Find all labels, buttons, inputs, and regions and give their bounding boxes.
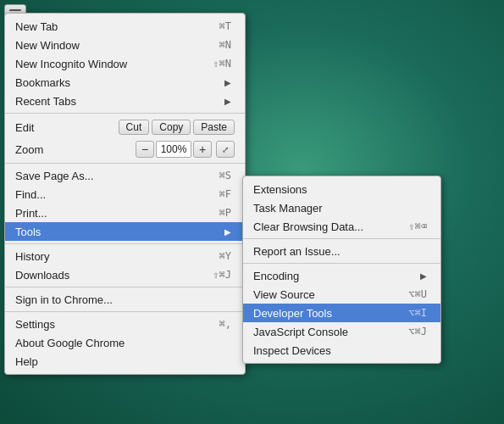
menu-item-new-tab[interactable]: New Tab ⌘T bbox=[5, 17, 245, 36]
separator bbox=[5, 163, 245, 164]
menu-item-save-page-as[interactable]: Save Page As... ⌘S bbox=[5, 166, 245, 185]
separator bbox=[5, 243, 245, 244]
menu-item-task-manager[interactable]: Task Manager bbox=[243, 198, 440, 217]
paste-button[interactable]: Paste bbox=[193, 120, 235, 135]
menu-item-javascript-console[interactable]: JavaScript Console ⌥⌘J bbox=[243, 322, 440, 341]
separator bbox=[5, 113, 245, 114]
menu-item-bookmarks[interactable]: Bookmarks ▶ bbox=[5, 73, 245, 92]
zoom-row: Zoom − 100% + ⤢ bbox=[5, 138, 245, 160]
menu-item-settings[interactable]: Settings ⌘, bbox=[5, 315, 245, 333]
menu-icon-line1 bbox=[9, 9, 21, 11]
zoom-plus-button[interactable]: + bbox=[193, 141, 212, 158]
zoom-percent: 100% bbox=[156, 141, 191, 158]
menu-item-clear-browsing[interactable]: Clear Browsing Data... ⇧⌘⌫ bbox=[243, 217, 440, 236]
menu-item-history[interactable]: History ⌘Y bbox=[5, 247, 245, 265]
menu-item-new-incognito-window[interactable]: New Incognito Window ⇧⌘N bbox=[5, 54, 245, 73]
separator bbox=[5, 311, 245, 312]
separator bbox=[243, 263, 440, 264]
separator bbox=[5, 287, 245, 287]
menu-item-help[interactable]: Help bbox=[5, 352, 245, 371]
menu-item-find[interactable]: Find... ⌘F bbox=[5, 185, 245, 204]
main-menu: New Tab ⌘T New Window ⌘N New Incognito W… bbox=[4, 13, 246, 375]
tools-submenu: Extensions Task Manager Clear Browsing D… bbox=[242, 176, 441, 364]
copy-button[interactable]: Copy bbox=[152, 120, 191, 135]
menu-item-extensions[interactable]: Extensions bbox=[243, 180, 440, 198]
menu-item-view-source[interactable]: View Source ⌥⌘U bbox=[243, 285, 440, 304]
edit-buttons: Cut Copy Paste bbox=[119, 120, 235, 135]
menu-item-print[interactable]: Print... ⌘P bbox=[5, 204, 245, 222]
zoom-fullscreen-button[interactable]: ⤢ bbox=[216, 141, 235, 158]
arrow-icon: ▶ bbox=[224, 227, 231, 237]
menu-item-downloads[interactable]: Downloads ⇧⌘J bbox=[5, 265, 245, 284]
menu-item-report-issue[interactable]: Report an Issue... bbox=[243, 242, 440, 260]
arrow-icon: ▶ bbox=[224, 78, 231, 87]
menu-item-about[interactable]: About Google Chrome bbox=[5, 333, 245, 352]
zoom-minus-button[interactable]: − bbox=[136, 141, 154, 158]
cut-button[interactable]: Cut bbox=[119, 120, 150, 135]
edit-row: Edit Cut Copy Paste bbox=[5, 116, 245, 138]
zoom-controls: − 100% + ⤢ bbox=[136, 141, 235, 158]
menu-item-developer-tools[interactable]: Developer Tools ⌥⌘I bbox=[243, 304, 440, 322]
menu-item-encoding[interactable]: Encoding ▶ bbox=[243, 266, 440, 285]
menu-item-tools[interactable]: Tools ▶ bbox=[5, 222, 245, 241]
arrow-icon: ▶ bbox=[420, 271, 427, 281]
menu-item-new-window[interactable]: New Window ⌘N bbox=[5, 36, 245, 54]
separator bbox=[243, 238, 440, 239]
arrow-icon: ▶ bbox=[224, 97, 231, 106]
menu-item-recent-tabs[interactable]: Recent Tabs ▶ bbox=[5, 92, 245, 110]
menu-item-inspect-devices[interactable]: Inspect Devices bbox=[243, 341, 440, 360]
menu-item-sign-in[interactable]: Sign in to Chrome... bbox=[5, 290, 245, 309]
